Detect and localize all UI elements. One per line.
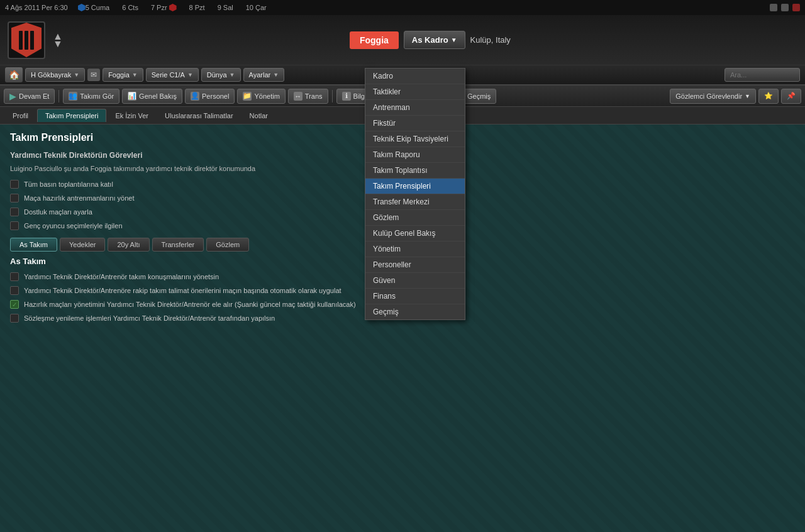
world-dropdown[interactable]: Dünya ▼: [201, 68, 241, 82]
club-country: Kulüp, Italy: [470, 35, 511, 45]
chart-icon: 📊: [128, 92, 136, 101]
dropdown-item-0[interactable]: Kadro: [365, 69, 465, 84]
tab-ek-izin[interactable]: Ek İzin Ver: [108, 109, 156, 122]
day-6[interactable]: 6 Cts: [122, 4, 138, 11]
dropdown-item-11[interactable]: Yönetim: [365, 241, 465, 257]
transfer-icon: ↔: [294, 92, 303, 101]
dropdown-item-8[interactable]: Transfer Merkezi: [365, 194, 465, 210]
gozlemci-label: Gözlemci Görevlendir: [675, 92, 742, 100]
checkbox-label-2: Dostluk maçları ayarla: [24, 208, 92, 216]
dropdown-item-15[interactable]: Geçmiş: [365, 304, 465, 319]
dropdown-item-10[interactable]: Kulüp Genel Bakış: [365, 226, 465, 241]
search-input[interactable]: [724, 68, 800, 82]
team-tab-as[interactable]: As Takım: [10, 238, 57, 252]
gozlemci-arrow-icon: ▼: [745, 93, 750, 99]
days-list: 5 Cuma 6 Cts 7 Pzr 8 Pzt 9 Sal 10 Çar: [86, 4, 770, 11]
league-dropdown[interactable]: Serie C1/A ▼: [146, 68, 199, 82]
genel-bakis-button[interactable]: 📊 Genel Bakış: [122, 89, 182, 104]
settings-label: Ayarlar: [249, 71, 271, 79]
shield-icon-blue: [78, 4, 86, 11]
trans-label: Trans: [305, 92, 323, 100]
club-logo[interactable]: [8, 21, 45, 59]
foggia-button[interactable]: Foggia: [350, 31, 399, 49]
team-checkbox-label-1: Yardımcı Teknik Direktör/Antrenöre rakip…: [24, 287, 341, 294]
logo-inner: [11, 23, 42, 57]
checkbox-label-1: Maça hazırlık antrenmanlarını yönet: [24, 194, 134, 202]
dropdown-item-7[interactable]: Takım Prensipleri: [365, 179, 465, 194]
devam-et-button[interactable]: ▶ Devam Et: [4, 89, 55, 104]
settings-dropdown[interactable]: Ayarlar ▼: [243, 68, 285, 82]
dropdown-item-14[interactable]: Finans: [365, 289, 465, 304]
checkbox-0[interactable]: [10, 180, 19, 189]
tab-notlar[interactable]: Notlar: [242, 109, 275, 122]
tab-uluslararasi[interactable]: Uluslararası Talimatlar: [157, 109, 241, 122]
shield-icon-red: [169, 4, 177, 11]
personel-button[interactable]: 👤 Personel: [185, 89, 235, 104]
team-checkbox-2[interactable]: [10, 300, 19, 309]
team-tab-yedekler[interactable]: Yedekler: [60, 238, 105, 252]
club-dropdown[interactable]: Foggia ▼: [103, 68, 143, 82]
team-tab-gozlem[interactable]: Gözlem: [206, 238, 249, 252]
person-icon: 👤: [191, 92, 199, 101]
dropdown-item-2[interactable]: Antrenman: [365, 100, 465, 116]
checkbox-3[interactable]: [10, 221, 19, 230]
separator-2: [332, 90, 333, 103]
tab-profil[interactable]: Profil: [5, 109, 36, 122]
squad-button[interactable]: As Kadro ▼: [404, 31, 465, 49]
home-button[interactable]: 🏠: [5, 67, 23, 82]
dropdown-item-9[interactable]: Gözlem: [365, 210, 465, 226]
takim-gor-button[interactable]: 👥 Takımı Gör: [63, 89, 119, 104]
mail-icon[interactable]: ✉: [87, 69, 100, 81]
club-arrow-icon: ▼: [132, 72, 138, 78]
dropdown-item-6[interactable]: Takım Toplantısı: [365, 163, 465, 179]
folder-icon: 📁: [243, 92, 252, 101]
day-9[interactable]: 9 Sal: [218, 4, 233, 11]
star-button[interactable]: ⭐: [758, 89, 779, 104]
dropdown-item-5[interactable]: Takım Raporu: [365, 147, 465, 163]
team-checkbox-label-2: Hazırlık maçları yönetimini Yardımcı Tek…: [24, 301, 356, 308]
day-5[interactable]: 5 Cuma: [86, 4, 110, 11]
league-arrow-icon: ▼: [187, 72, 193, 78]
day-7[interactable]: 7 Pzr: [151, 4, 177, 11]
devam-et-icon: ▶: [9, 91, 16, 101]
genel-bakis-label: Genel Bakış: [139, 92, 177, 100]
personel-label: Personel: [202, 92, 229, 100]
checkbox-1[interactable]: [10, 194, 19, 202]
manager-arrow-icon: ▼: [74, 72, 79, 78]
manager-dropdown[interactable]: H Gökbayrak ▼: [25, 68, 85, 82]
manager-name: H Gökbayrak: [31, 71, 71, 79]
checkbox-2[interactable]: [10, 208, 19, 216]
day-10[interactable]: 10 Çar: [246, 4, 267, 11]
team-checkbox-1[interactable]: [10, 286, 19, 295]
yonetim-button[interactable]: 📁 Yönetim: [237, 89, 285, 104]
league-name: Serie C1/A: [152, 71, 185, 79]
dropdown-item-1[interactable]: Taktikler: [365, 84, 465, 100]
dropdown-item-4[interactable]: Teknik Ekip Tavsiyeleri: [365, 131, 465, 147]
trans-button[interactable]: ↔ Trans: [288, 89, 328, 104]
dropdown-item-13[interactable]: Güven: [365, 273, 465, 289]
maximize-btn[interactable]: [781, 4, 789, 11]
team-tab-transferler[interactable]: Transferler: [152, 238, 204, 252]
team-checkbox-3[interactable]: [10, 314, 19, 323]
gecmis-label: Geçmiş: [467, 92, 491, 100]
team-tab-20y[interactable]: 20y Altı: [108, 238, 149, 252]
close-btn[interactable]: [792, 4, 800, 11]
stripe-3: [30, 31, 34, 50]
pin-button[interactable]: 📌: [781, 89, 801, 104]
dropdown-items-container: KadroTaktiklerAntrenmanFikstürTeknik Eki…: [365, 69, 465, 319]
day-8[interactable]: 8 Pzt: [189, 4, 205, 11]
world-label: Dünya: [207, 71, 227, 79]
logo-nav[interactable]: ▲ ▼: [53, 33, 63, 48]
dropdown-item-3[interactable]: Fikstür: [365, 116, 465, 131]
toolbar-right: Gözlemci Görevlendir ▼ ⭐ 📌: [670, 89, 801, 104]
nav-down-icon[interactable]: ▼: [53, 40, 63, 48]
takim-gor-label: Takımı Gör: [80, 92, 114, 100]
yonetim-label: Yönetim: [254, 92, 279, 100]
team-checkbox-0[interactable]: [10, 272, 19, 281]
dropdown-item-12[interactable]: Personeller: [365, 257, 465, 273]
gozlemci-button[interactable]: Gözlemci Görevlendir ▼: [670, 89, 756, 104]
center-header: Foggia As Kadro ▼ Kulüp, Italy: [63, 31, 797, 49]
minimize-btn[interactable]: [770, 4, 777, 11]
tab-takim-prensipleri[interactable]: Takım Prensipleri: [37, 109, 106, 122]
foggia-dropdown-menu: KadroTaktiklerAntrenmanFikstürTeknik Eki…: [365, 68, 465, 320]
